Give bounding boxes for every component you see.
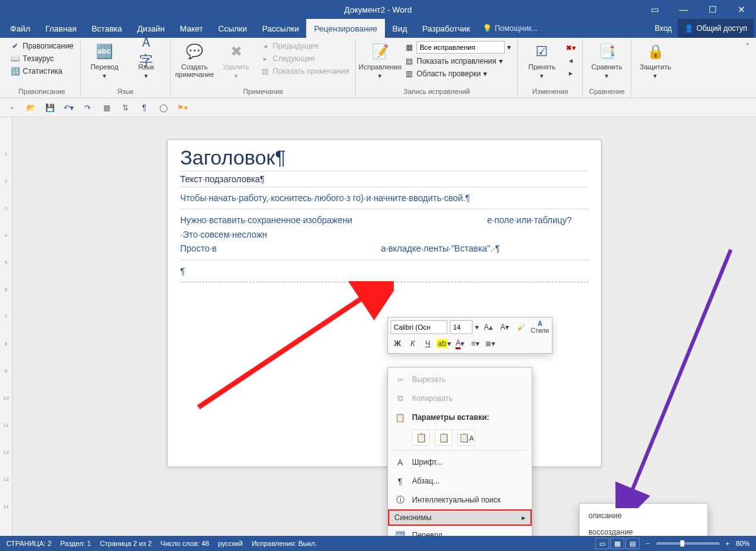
paste-text-only-icon[interactable]: 📋A (457, 429, 475, 446)
tab-references[interactable]: Ссылки (210, 19, 255, 38)
language-button[interactable]: Ａ字Язык▾ (127, 40, 165, 81)
group-proofing: ✔Правописание 📖Тезаурус 🔢Статистика Прав… (4, 39, 81, 98)
web-layout-icon[interactable]: ▤ (626, 538, 639, 549)
status-tracking[interactable]: Исправления: Выкл. (251, 540, 317, 547)
tab-layout[interactable]: Макет (172, 19, 210, 38)
minimize-icon[interactable]: ― (669, 0, 698, 19)
prev-change-icon[interactable]: ◂ (566, 55, 576, 66)
bold-button[interactable]: Ж (391, 337, 404, 351)
signin-button[interactable]: Вход (648, 19, 678, 38)
zoom-level[interactable]: 80% (736, 540, 750, 547)
status-language[interactable]: русский (218, 540, 243, 547)
display-dropdown[interactable] (416, 41, 505, 54)
copy-icon: ⧉ (394, 393, 406, 404)
next-comment-button[interactable]: ▸Следующее (259, 53, 351, 64)
font-family-combo[interactable] (391, 320, 447, 334)
table-icon[interactable]: ▦ (101, 102, 112, 113)
tab-review[interactable]: Рецензирование (306, 19, 384, 38)
bullets-button[interactable]: ≡▾ (468, 337, 482, 351)
delete-comment-button[interactable]: ✖Удалить▾ (217, 40, 255, 81)
open-icon[interactable]: 📂 (25, 102, 37, 113)
zoom-slider[interactable] (656, 542, 719, 545)
paste-merge-icon[interactable]: 📋 (435, 429, 452, 446)
save-icon[interactable]: 💾 (44, 102, 55, 113)
stats-button[interactable]: 🔢Статистика (9, 66, 64, 77)
show-markup-button[interactable]: ▤Показать исправления ▾ (403, 55, 512, 67)
doc-heading[interactable]: Заголовок¶ (180, 146, 588, 171)
tab-developer[interactable]: Разработчик (415, 19, 478, 38)
show-comments-button[interactable]: ▧Показать примечания (259, 66, 351, 77)
quick-access-toolbar: ▫ 📂 💾 ↶▾ ↷ ▦ ⇅ ¶ ◯ ⚑▾ (0, 98, 756, 117)
tab-file[interactable]: Файл (3, 19, 38, 38)
status-page-of[interactable]: Страница 2 из 2 (100, 540, 151, 547)
redo-icon[interactable]: ↷ (82, 102, 93, 113)
ribbon-display-icon[interactable]: ▭ (640, 0, 669, 19)
track-changes-button[interactable]: 📝Исправления▾ (361, 40, 399, 81)
accept-button[interactable]: ☑Принять▾ (523, 40, 561, 81)
print-layout-icon[interactable]: ▦ (610, 538, 624, 549)
ctx-copy[interactable]: ⧉Копировать (388, 389, 532, 408)
ctx-paragraph[interactable]: ¶Абзац... (388, 472, 532, 490)
circle-icon[interactable]: ◯ (158, 102, 169, 113)
document-title: Документ2 - Word (344, 5, 411, 14)
ctx-smart-lookup[interactable]: ⓘИнтеллектуальный поиск (388, 490, 532, 509)
doc-subtitle[interactable]: Текст·подзаголовка¶ (180, 171, 588, 187)
document-area[interactable]: Заголовок¶ Текст·подзаголовка¶ Чтобы·нач… (13, 117, 756, 551)
status-section[interactable]: Раздел: 1 (60, 540, 91, 547)
font-size-combo[interactable] (450, 320, 472, 334)
group-label: Язык (86, 86, 165, 96)
collapse-ribbon-icon[interactable]: ˄ (745, 42, 750, 52)
shrink-font-icon[interactable]: A▾ (498, 320, 512, 334)
font-color-button[interactable]: A▾ (453, 337, 467, 351)
underline-button[interactable]: Ч (421, 337, 435, 351)
spelling-button[interactable]: ✔Правописание (9, 40, 75, 52)
undo-icon[interactable]: ↶▾ (63, 102, 74, 113)
read-mode-icon[interactable]: ▭ (595, 538, 609, 549)
tab-view[interactable]: Вид (385, 19, 415, 38)
tab-mailings[interactable]: Рассылки (255, 19, 306, 38)
tab-insert[interactable]: Вставка (84, 19, 129, 38)
close-icon[interactable]: ✕ (727, 0, 756, 19)
tell-me-helper[interactable]: 💡 Помощник... (483, 24, 538, 33)
ctx-font[interactable]: AШрифт... (388, 453, 532, 472)
thesaurus-button[interactable]: 📖Тезаурус (9, 53, 55, 64)
status-page[interactable]: СТРАНИЦА: 2 (6, 540, 52, 547)
page[interactable]: Заголовок¶ Текст·подзаголовка¶ Чтобы·нач… (167, 139, 602, 467)
translate-button[interactable]: 🔤Перевод▾ (86, 40, 123, 81)
grow-font-icon[interactable]: A▴ (481, 320, 495, 334)
next-change-icon[interactable]: ▸ (566, 68, 576, 78)
zoom-out-icon[interactable]: − (646, 540, 650, 547)
new-doc-icon[interactable]: ▫ (6, 102, 18, 113)
group-label: Правописание (9, 86, 75, 96)
styles-button[interactable]: AСтили (530, 320, 549, 334)
numbering-button[interactable]: ≣▾ (483, 337, 497, 351)
paste-keep-source-icon[interactable]: 📋 (412, 429, 430, 446)
paragraph-icon[interactable]: ¶ (139, 102, 150, 113)
protect-button[interactable]: 🔒Защитить▾ (636, 40, 674, 81)
group-comments: 💬Создать примечание ✖Удалить▾ ◂Предыдуще… (171, 39, 357, 98)
highlight-button[interactable]: ab▾ (436, 337, 452, 351)
flag-icon[interactable]: ⚑▾ (176, 102, 188, 113)
synonym-item[interactable]: описание (580, 508, 707, 524)
sort-icon[interactable]: ⇅ (120, 102, 131, 113)
italic-button[interactable]: К (406, 337, 420, 351)
tab-home[interactable]: Главная (38, 19, 84, 38)
prev-comment-button[interactable]: ◂Предыдущее (259, 40, 351, 52)
share-button[interactable]: 👤 Общий доступ (678, 19, 753, 38)
doc-paragraph-empty[interactable]: ¶ (180, 260, 588, 282)
reject-icon[interactable]: ✖▾ (566, 43, 576, 53)
reviewing-pane-button[interactable]: ▥Область проверки ▾ (403, 68, 512, 79)
compare-button[interactable]: 📑Сравнить▾ (588, 40, 626, 81)
new-comment-button[interactable]: 💬Создать примечание (176, 40, 214, 79)
titlebar: Документ2 - Word ▭ ― ☐ ✕ (0, 0, 756, 19)
ctx-synonyms[interactable]: Синонимы▸ (388, 509, 532, 526)
doc-paragraph-1[interactable]: Чтобы·начать·работу,·коснитесь·любого·з … (180, 187, 588, 209)
status-words[interactable]: Число слов: 48 (161, 540, 209, 547)
format-painter-icon[interactable]: 🖌 (514, 320, 528, 334)
zoom-in-icon[interactable]: + (726, 540, 730, 547)
doc-paragraph-2[interactable]: Нужно·вставить·сохраненное·изображени е·… (180, 209, 588, 260)
ctx-cut[interactable]: ✂Вырезать (388, 370, 532, 389)
display-for-review[interactable]: ▦▾ (403, 40, 512, 54)
maximize-icon[interactable]: ☐ (698, 0, 727, 19)
chevron-right-icon: ▸ (522, 513, 525, 522)
